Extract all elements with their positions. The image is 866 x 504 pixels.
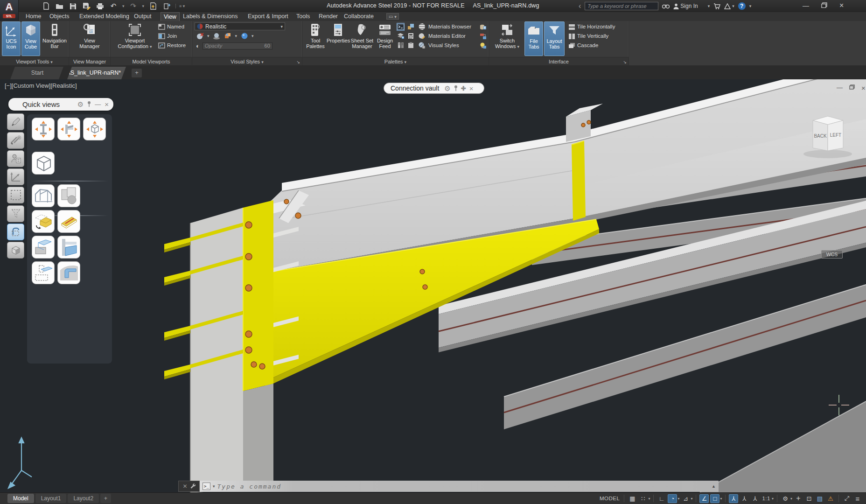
- interface-launcher-icon[interactable]: ↘: [623, 60, 627, 64]
- materials-textures-icon[interactable]: [224, 32, 232, 40]
- command-scroll-up-icon[interactable]: ▲: [710, 484, 716, 489]
- 3d-model-canvas[interactable]: BACK LEFT: [0, 79, 866, 492]
- panel-label-viewport-tools[interactable]: Viewport Tools▾: [0, 57, 69, 65]
- object-snap-icon[interactable]: □: [710, 494, 719, 503]
- crosshair-customize-icon[interactable]: +: [794, 494, 803, 503]
- undo-dropdown-icon[interactable]: ▾: [122, 4, 125, 8]
- file-tab-document[interactable]: AS_link_UPR-naRN*×: [66, 67, 128, 79]
- transfer-icon[interactable]: [162, 1, 171, 11]
- osnap-dropdown-icon[interactable]: ▾: [720, 497, 722, 501]
- layout-tab-add[interactable]: +: [100, 494, 111, 503]
- materials-editor-button[interactable]: Materials Editor: [418, 32, 466, 40]
- isometric-drafting-icon[interactable]: ⊿: [681, 494, 690, 503]
- close-button[interactable]: ×: [839, 1, 844, 10]
- command-input-area[interactable]: >_ ▾ ▲: [200, 481, 719, 492]
- qv-tool-settings[interactable]: [7, 132, 24, 149]
- visual-styles-palette-button[interactable]: Visual Styles: [418, 41, 459, 49]
- save-icon[interactable]: [68, 1, 77, 11]
- panel-label-interface[interactable]: Interface: [489, 57, 629, 65]
- sheet-set-manager-button[interactable]: Sheet Set Manager: [350, 21, 374, 56]
- tab-collaborate[interactable]: Collaborate: [341, 12, 377, 21]
- performance-warning-icon[interactable]: ⚠: [826, 494, 835, 503]
- qv-solid-export-button[interactable]: [32, 210, 55, 233]
- search-input[interactable]: [585, 2, 658, 10]
- plot-icon[interactable]: [95, 1, 105, 11]
- redo-icon[interactable]: ↷: [129, 1, 138, 11]
- application-menu-button[interactable]: A STL: [0, 0, 19, 21]
- qv-zoom-model-button[interactable]: [83, 118, 106, 140]
- tab-output[interactable]: Output: [131, 12, 154, 21]
- customization-menu-icon[interactable]: ≡: [853, 494, 862, 503]
- join-viewports-button[interactable]: Join: [158, 32, 177, 40]
- tool-palettes-button[interactable]: Tool Palettes: [305, 21, 326, 56]
- file-tabs-button[interactable]: File Tabs: [524, 21, 543, 56]
- qv-tool-user-properties[interactable]: [7, 150, 24, 167]
- opacity-toggle-icon[interactable]: ◐: [196, 42, 200, 49]
- layout-tab-layout2[interactable]: Layout2: [68, 494, 99, 503]
- qv-clip-volume-button[interactable]: [32, 236, 55, 259]
- panel-label-palettes[interactable]: Palettes▾: [302, 57, 489, 65]
- redo-dropdown-icon[interactable]: ▾: [142, 4, 145, 8]
- quick-views-settings-icon[interactable]: ⚙: [77, 101, 84, 108]
- drawing-minimize-button[interactable]: —: [837, 84, 843, 92]
- qv-beam-cut-button[interactable]: [57, 210, 80, 233]
- annotation-scale-dropdown-icon[interactable]: ▾: [772, 497, 774, 501]
- visual-style-lamp-icon[interactable]: [479, 42, 487, 49]
- visual-style-dropdown[interactable]: Realistic ▾: [195, 22, 285, 30]
- opacity-slider[interactable]: Opacity 60: [203, 42, 272, 49]
- ortho-mode-icon[interactable]: ∟: [657, 494, 666, 503]
- save-as-icon[interactable]: [82, 1, 91, 11]
- tab-tools[interactable]: Tools: [293, 12, 313, 21]
- qv-tool-ucs[interactable]: [7, 168, 24, 185]
- command-line-palette-icon[interactable]: [397, 23, 405, 31]
- command-recent-dropdown-icon[interactable]: ▾: [213, 484, 215, 489]
- cascade-button[interactable]: Cascade: [568, 41, 598, 49]
- file-tab-close-icon[interactable]: ×: [125, 70, 127, 76]
- infocenter-collapse-icon[interactable]: ‹: [579, 2, 581, 10]
- snap-mode-icon[interactable]: ∷: [638, 494, 648, 503]
- material-paint-icon[interactable]: [479, 32, 487, 40]
- drawing-close-button[interactable]: ×: [861, 84, 866, 92]
- vault-close-icon[interactable]: ×: [469, 85, 474, 92]
- no-shadow-icon[interactable]: [196, 32, 204, 40]
- quick-views-header[interactable]: Quick views ⚙ — ×: [8, 98, 113, 111]
- qv-corner-detail-button[interactable]: [57, 261, 80, 284]
- workspace-gear-icon[interactable]: ⚙: [781, 494, 790, 503]
- properties-button[interactable]: Properties: [327, 21, 349, 56]
- visual-styles-launcher-icon[interactable]: ↘: [296, 60, 300, 64]
- file-tab-add-button[interactable]: +: [132, 69, 142, 77]
- clipboard-icon[interactable]: [407, 42, 415, 49]
- qv-zoom-connection-button[interactable]: [57, 118, 80, 140]
- command-line-handle[interactable]: ✕: [178, 481, 200, 492]
- tab-labels-dimensions[interactable]: Labels & Dimensions: [180, 12, 240, 21]
- command-wrench-icon[interactable]: [190, 483, 196, 490]
- qv-structure-view-button[interactable]: [32, 184, 55, 207]
- viewport-configuration-button[interactable]: Viewport Configuration ▾: [113, 21, 156, 56]
- restore-viewports-button[interactable]: Restore: [158, 41, 186, 49]
- layout-tabs-button[interactable]: Layout Tabs: [544, 21, 565, 56]
- isodraft-dropdown-icon[interactable]: ▾: [691, 497, 692, 501]
- qv-tool-filter[interactable]: [7, 205, 24, 222]
- sign-in-dropdown-icon[interactable]: ▾: [708, 4, 710, 8]
- qv-zoom-beam-button[interactable]: [32, 118, 55, 140]
- drawing-restore-button[interactable]: [849, 84, 855, 92]
- view-manager-button[interactable]: View Manager: [75, 21, 105, 56]
- new-file-icon[interactable]: [41, 1, 50, 11]
- markup-list-icon[interactable]: [397, 42, 405, 49]
- exchange-apps-icon[interactable]: ▾: [724, 3, 734, 9]
- file-tab-start[interactable]: Start: [9, 67, 65, 79]
- vault-pin-icon[interactable]: [454, 85, 458, 92]
- layout-tab-layout1[interactable]: Layout1: [35, 494, 67, 503]
- grid-display-icon[interactable]: ▦: [628, 494, 637, 503]
- tab-view[interactable]: View: [161, 12, 180, 21]
- minimize-button[interactable]: —: [803, 2, 809, 9]
- vault-move-icon[interactable]: ✚: [461, 85, 466, 91]
- tile-vertically-button[interactable]: Tile Vertically: [568, 32, 608, 40]
- tab-objects[interactable]: Objects: [47, 12, 72, 21]
- ground-shadow-icon[interactable]: [213, 32, 221, 40]
- clean-screen-icon[interactable]: ⤢: [842, 494, 852, 503]
- command-input[interactable]: [217, 483, 708, 490]
- panel-label-view-manager[interactable]: View Manager: [69, 57, 110, 65]
- design-feed-button[interactable]: Design Feed: [375, 21, 395, 56]
- open-folder-icon[interactable]: [55, 1, 64, 11]
